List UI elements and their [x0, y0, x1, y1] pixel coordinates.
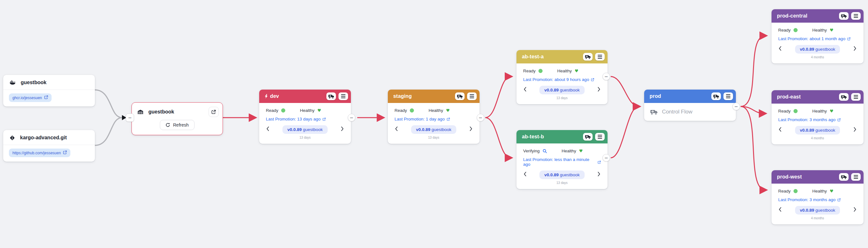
- freight-version-pill[interactable]: v0.0.89 guestbook: [539, 86, 584, 94]
- freight-version: v0.0.89: [287, 127, 302, 132]
- stage-node-staging[interactable]: staging Ready Healthy ♥ Last Promotion: …: [388, 89, 479, 144]
- freight-version-pill[interactable]: v0.0.89 guestbook: [539, 170, 584, 179]
- stage-node-ab-test-b[interactable]: ab-test-b Verifying Healthy ♥ Last Promo…: [517, 130, 608, 189]
- last-promotion-link[interactable]: Last Promotion: about 9 hours ago: [517, 73, 608, 82]
- phase-label: Ready: [778, 109, 790, 113]
- warehouse-open-button[interactable]: [209, 107, 219, 117]
- carousel-next-button[interactable]: [851, 206, 859, 212]
- stage-node-prod-central[interactable]: prod-central Ready Healthy ♥ Last Promot…: [772, 9, 864, 63]
- last-promotion-link[interactable]: Last Promotion: about 1 month ago: [772, 32, 864, 41]
- pipeline-canvas[interactable]: guestbook ghcr.io/jessesuen kargo-advanc…: [0, 0, 868, 248]
- stage-header: prod-west: [772, 170, 864, 184]
- carousel-next-button[interactable]: [338, 125, 346, 131]
- refresh-button[interactable]: Refresh: [160, 120, 194, 130]
- stage-menu-button[interactable]: [851, 12, 861, 20]
- freight-truck-button[interactable]: [711, 92, 721, 100]
- external-link-icon: [847, 37, 850, 40]
- warehouse-node-guestbook[interactable]: guestbook Refresh: [131, 102, 223, 135]
- repo-link-button[interactable]: ghcr.io/jessesuen: [9, 93, 52, 102]
- healthy-heart-icon: ♥: [575, 69, 579, 73]
- stage-health: Healthy ♥: [300, 108, 321, 113]
- external-link-icon: [837, 118, 841, 121]
- prod-collapse-button[interactable]: −: [732, 103, 740, 110]
- last-promotion-link[interactable]: Last Promotion: 13 days ago: [259, 113, 351, 121]
- carousel-prev-button[interactable]: [776, 206, 784, 212]
- ab-test-b-collapse-button[interactable]: −: [602, 154, 610, 162]
- edge-staging-ab-test-b: [485, 118, 511, 158]
- repo-node-guestbook-image[interactable]: guestbook ghcr.io/jessesuen: [3, 75, 95, 107]
- stage-health: Healthy ♥: [562, 148, 583, 153]
- stage-node-prod-east[interactable]: prod-east Ready Healthy ♥ Last Promotion…: [772, 90, 864, 144]
- phase-label: Ready: [778, 189, 790, 193]
- stage-header: dev: [259, 89, 351, 103]
- freight-version-pill[interactable]: v0.0.89 guestbook: [795, 45, 840, 54]
- freight-truck-button[interactable]: [583, 133, 593, 141]
- source-edges: [95, 90, 122, 145]
- freight-version-pill[interactable]: v0.0.89 guestbook: [411, 125, 456, 134]
- hamburger-icon: [726, 94, 731, 98]
- carousel-prev-button[interactable]: [392, 125, 401, 131]
- freight-truck-button[interactable]: [839, 93, 848, 101]
- repo-node-kargo-advanced-git[interactable]: kargo-advanced.git https://github.com/je…: [3, 130, 95, 162]
- freight-version-pill[interactable]: v0.0.89 guestbook: [282, 125, 327, 134]
- external-link-icon: [837, 198, 841, 201]
- external-link-icon: [591, 78, 594, 81]
- stage-header: prod-central: [772, 9, 864, 23]
- carousel-next-button[interactable]: [851, 45, 859, 51]
- last-promotion-link[interactable]: Last Promotion: 3 months ago: [772, 113, 864, 122]
- health-label: Healthy: [812, 189, 827, 193]
- freight-age: 13 days: [529, 96, 595, 100]
- stage-node-dev[interactable]: dev Ready Healthy ♥ Last Promotion: 13 d…: [259, 89, 351, 144]
- hamburger-icon: [341, 94, 345, 98]
- edge-image-repo-warehouse: [95, 90, 122, 118]
- freight-age: 13 days: [529, 181, 595, 185]
- repo-link-button[interactable]: https://github.com/jessesuen: [9, 148, 70, 157]
- stage-phase: Ready: [523, 68, 542, 73]
- carousel-next-button[interactable]: [851, 126, 859, 132]
- stage-menu-button[interactable]: [595, 133, 605, 141]
- stage-name: dev: [270, 93, 279, 99]
- freight-artifact: guestbook: [303, 127, 322, 132]
- staging-collapse-button[interactable]: −: [477, 114, 484, 121]
- stage-menu-button[interactable]: [851, 93, 861, 101]
- carousel-prev-button[interactable]: [521, 86, 529, 91]
- carousel-prev-button[interactable]: [521, 170, 529, 176]
- carousel-next-button[interactable]: [595, 170, 603, 176]
- carousel-prev-button[interactable]: [264, 125, 272, 131]
- freight-truck-button[interactable]: [583, 53, 593, 60]
- carousel-next-button[interactable]: [595, 86, 603, 91]
- ab-test-a-collapse-button[interactable]: −: [602, 73, 610, 80]
- freight-truck-button[interactable]: [327, 92, 336, 100]
- carousel-prev-button[interactable]: [776, 126, 784, 132]
- repo-title: kargo-advanced.git: [20, 135, 67, 141]
- health-label: Healthy: [557, 68, 572, 73]
- stage-menu-button[interactable]: [595, 53, 605, 60]
- refresh-icon: [165, 123, 170, 127]
- carousel-prev-button[interactable]: [776, 45, 784, 51]
- dev-collapse-button[interactable]: −: [348, 114, 355, 121]
- stage-node-prod-west[interactable]: prod-west Ready Healthy ♥ Last Promotion…: [772, 170, 864, 224]
- carousel-next-button[interactable]: [467, 125, 475, 131]
- last-promotion-link[interactable]: Last Promotion: less than a minute ago: [517, 153, 608, 167]
- stage-menu-button[interactable]: [723, 92, 733, 100]
- stage-node-ab-test-a[interactable]: ab-test-a Ready Healthy ♥ Last Promotion…: [517, 50, 608, 104]
- freight-truck-button[interactable]: [455, 92, 465, 100]
- warehouse-collapse-button[interactable]: −: [126, 113, 134, 122]
- freight-artifact: guestbook: [560, 88, 580, 92]
- last-promotion-link[interactable]: Last Promotion: 3 months ago: [772, 193, 864, 202]
- hamburger-icon: [854, 14, 858, 18]
- git-icon: [9, 135, 15, 141]
- freight-version-pill[interactable]: v0.0.89 guestbook: [795, 126, 840, 135]
- freight-version-pill[interactable]: v0.0.89 guestbook: [795, 206, 840, 215]
- stage-name: ab-test-b: [522, 134, 544, 140]
- stage-menu-button[interactable]: [467, 92, 477, 100]
- stage-menu-button[interactable]: [851, 173, 861, 181]
- last-promotion-label: Last Promotion: 13 days ago: [266, 117, 321, 121]
- stage-node-prod[interactable]: prod Control Flow: [644, 89, 736, 121]
- stage-name: prod: [650, 93, 661, 99]
- stage-menu-button[interactable]: [339, 92, 348, 100]
- phase-label: Verifying: [523, 148, 540, 153]
- last-promotion-link[interactable]: Last Promotion: 1 day ago: [388, 113, 479, 121]
- freight-truck-button[interactable]: [839, 12, 848, 20]
- freight-truck-button[interactable]: [839, 173, 848, 181]
